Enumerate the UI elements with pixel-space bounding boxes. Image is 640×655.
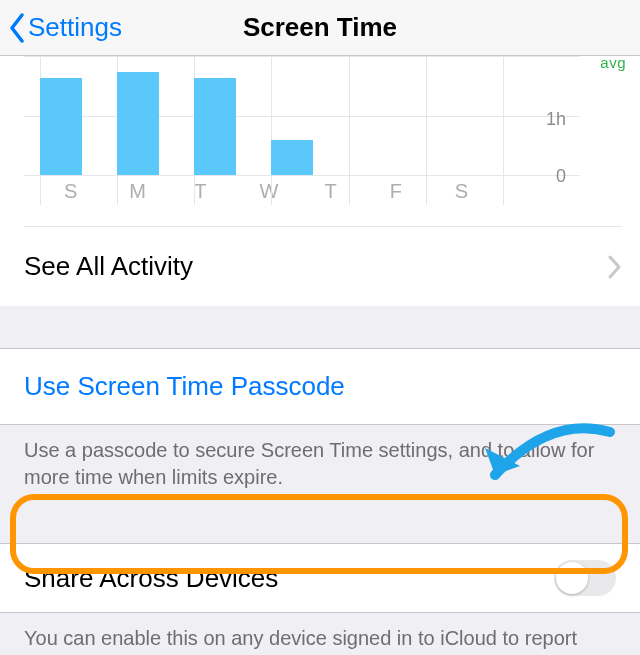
share-label: Share Across Devices [24,563,278,594]
chart-plot: 1h 0 [24,56,580,176]
chart-section: avg 1h 0 SMTWTFS See All Activity [0,56,640,306]
x-tick: T [194,180,259,203]
x-tick: S [455,180,520,203]
chevron-right-icon [608,255,622,279]
passcode-label: Use Screen Time Passcode [24,371,345,401]
toggle-knob [556,562,588,594]
bar-slot [426,57,503,175]
see-all-activity-row[interactable]: See All Activity [24,226,622,306]
chevron-left-icon [8,13,26,43]
bar [117,72,159,175]
x-tick: S [64,180,129,203]
bar-slot [271,57,348,175]
avg-label: avg [600,54,626,71]
bar-slot [194,57,271,175]
x-tick: W [259,180,324,203]
bar-slot [40,57,117,175]
bar [194,78,236,175]
bar-slot [117,57,194,175]
x-tick: F [390,180,455,203]
screen-time-chart: avg 1h 0 SMTWTFS [0,56,640,226]
bar [40,78,82,175]
back-label: Settings [28,12,122,43]
back-button[interactable]: Settings [0,12,122,43]
share-footer: You can enable this on any device signed… [0,613,640,655]
share-across-devices-row: Share Across Devices [0,543,640,613]
x-tick: M [129,180,194,203]
x-tick: T [325,180,390,203]
see-all-label: See All Activity [24,251,193,282]
bar-slot [503,57,580,175]
bar [271,140,313,175]
share-toggle[interactable] [554,560,616,596]
passcode-footer: Use a passcode to secure Screen Time set… [0,425,640,491]
navbar: Settings Screen Time [0,0,640,56]
use-screen-time-passcode-row[interactable]: Use Screen Time Passcode [0,348,640,425]
bar-slot [349,57,426,175]
